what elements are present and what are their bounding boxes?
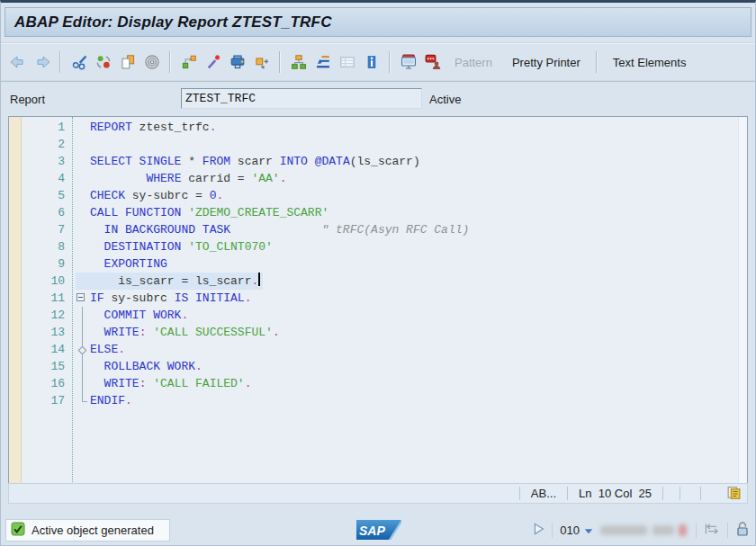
client-selector[interactable]: 010: [560, 524, 593, 537]
pattern-button[interactable]: Pattern: [446, 53, 501, 72]
code-editor[interactable]: 1REPORT ztest_trfc.23SELECT SINGLE * FRO…: [8, 116, 748, 485]
pattern-wand-icon[interactable]: [202, 51, 224, 73]
code-line[interactable]: 5CHECK sy-subrc = 0.: [21, 187, 738, 204]
fold-marker: [76, 392, 90, 409]
line-number: 9: [21, 255, 65, 273]
copy-arrows-icon[interactable]: [250, 51, 273, 73]
display-views-icon[interactable]: [397, 51, 419, 73]
editor-scrollbar[interactable]: [738, 117, 747, 484]
line-number: 4: [21, 170, 65, 187]
toolbar-separator: [59, 51, 61, 73]
status-separator: [567, 487, 568, 500]
refresh-icon[interactable]: [92, 51, 114, 73]
fold-gutter: [76, 273, 90, 290]
line-number: 14: [21, 341, 65, 358]
line-number: 12: [21, 307, 65, 324]
title-bar: ABAP Editor: Display Report ZTEST_TRFC: [4, 7, 752, 37]
client-number: 010: [560, 524, 580, 537]
status-separator: [700, 487, 701, 500]
status-separator: [519, 487, 520, 500]
text-elements-button[interactable]: Text Elements: [604, 53, 696, 72]
fold-gutter: [76, 170, 90, 187]
editor-status-row: AB... Ln 10 Col 25: [8, 483, 748, 504]
status-message: Active object generated: [32, 524, 154, 537]
line-number: 16: [21, 375, 65, 392]
fold-marker[interactable]: [76, 290, 90, 307]
code-line[interactable]: 15 ROLLBACK WORK.: [21, 358, 738, 375]
status-bar: Active object generated SAP 010: [1, 517, 755, 544]
status-separator: [680, 487, 680, 500]
code-line[interactable]: 6CALL FUNCTION 'ZDEMO_CREATE_SCARR': [21, 204, 738, 221]
line-number: 13: [21, 324, 65, 341]
where-used-icon[interactable]: [177, 51, 200, 73]
code-line[interactable]: 8 DESTINATION 'TO_CLNT070': [21, 238, 738, 255]
code-line[interactable]: 7 IN BACKGROUND TASK " tRFC(Asyn RFC Cal…: [21, 221, 738, 238]
fold-marker: [76, 307, 90, 324]
fold-gutter: [76, 136, 90, 153]
breakpoint-margin[interactable]: [9, 117, 22, 484]
status-separator: [662, 487, 663, 500]
line-number: 7: [21, 221, 65, 238]
toolbar-separator: [389, 51, 391, 73]
active-status-label: Active: [429, 93, 461, 106]
fold-marker: [76, 375, 90, 392]
fold-marker: [76, 358, 90, 375]
spiral-icon[interactable]: [140, 51, 163, 73]
fold-gutter: [76, 204, 90, 221]
display-change-icon[interactable]: [68, 51, 90, 73]
perspective-label: AB...: [522, 487, 565, 500]
page-title: ABAP Editor: Display Report ZTEST_TRFC: [14, 13, 332, 31]
code-line[interactable]: 9 EXPORTING: [21, 255, 738, 273]
system-info-redacted: [600, 524, 688, 538]
back-icon[interactable]: [6, 51, 29, 73]
toolbar-separator: [279, 51, 281, 73]
stop-transaction-icon[interactable]: [421, 51, 444, 73]
line-number: 10: [21, 273, 65, 290]
code-line[interactable]: 12 COMMIT WORK.: [21, 307, 738, 324]
code-line[interactable]: 2: [21, 136, 738, 153]
fold-gutter: [76, 153, 90, 170]
data-transfer-icon: [704, 523, 720, 539]
line-number: 8: [21, 238, 65, 255]
code-line[interactable]: 1REPORT ztest_trfc.: [21, 119, 738, 136]
fold-gutter: [76, 119, 90, 136]
statusbar-right-cluster: 010: [534, 519, 750, 542]
pretty-printer-button[interactable]: Pretty Printer: [503, 53, 590, 72]
toolbar: Pattern Pretty Printer Text Elements: [1, 42, 755, 82]
line-number: 17: [21, 392, 65, 409]
syntax-check-icon[interactable]: [226, 51, 248, 73]
report-input[interactable]: [181, 88, 422, 109]
fold-gutter: [76, 255, 90, 273]
line-number: 15: [21, 358, 65, 375]
code-line[interactable]: 17ENDIF.: [21, 392, 738, 409]
statusbar-separator: [696, 523, 697, 538]
sap-logo: SAP: [356, 520, 401, 543]
statusbar-separator: [552, 523, 553, 538]
expand-status-icon[interactable]: [534, 523, 544, 539]
copy-icon[interactable]: [116, 51, 139, 73]
cursor-position-label: Ln 10 Col 25: [570, 487, 661, 500]
forward-icon[interactable]: [31, 51, 53, 73]
statusbar-separator: [727, 523, 728, 538]
code-line[interactable]: 13 WRITE: 'CALL SUCCESSFUL'.: [21, 324, 738, 341]
info-icon[interactable]: [360, 51, 382, 73]
code-line[interactable]: 16 WRITE: 'CALL FAILED'.: [21, 375, 738, 392]
code-line[interactable]: 3SELECT SINGLE * FROM scarr INTO @DATA(l…: [21, 153, 738, 170]
document-modified-icon[interactable]: [726, 485, 742, 503]
line-number: 3: [21, 153, 65, 170]
code-line[interactable]: 10 is_scarr = ls_scarr.: [21, 273, 738, 290]
code-line[interactable]: 14ELSE.: [21, 341, 738, 358]
line-number: 1: [21, 119, 65, 136]
code-line[interactable]: 4 WHERE carrid = 'AA'.: [21, 170, 738, 187]
status-message-box: Active object generated: [5, 519, 170, 542]
table-view-icon[interactable]: [336, 51, 358, 73]
fold-gutter: [76, 221, 90, 238]
chevron-down-icon[interactable]: [584, 524, 593, 537]
sort-icon[interactable]: [311, 51, 334, 73]
fold-marker: [76, 324, 90, 341]
object-hierarchy-icon[interactable]: [287, 51, 310, 73]
text-cursor: [258, 273, 260, 286]
fold-gutter: [76, 187, 90, 204]
code-line[interactable]: 11IF sy-subrc IS INITIAL.: [21, 290, 738, 307]
lock-icon[interactable]: [735, 521, 750, 541]
